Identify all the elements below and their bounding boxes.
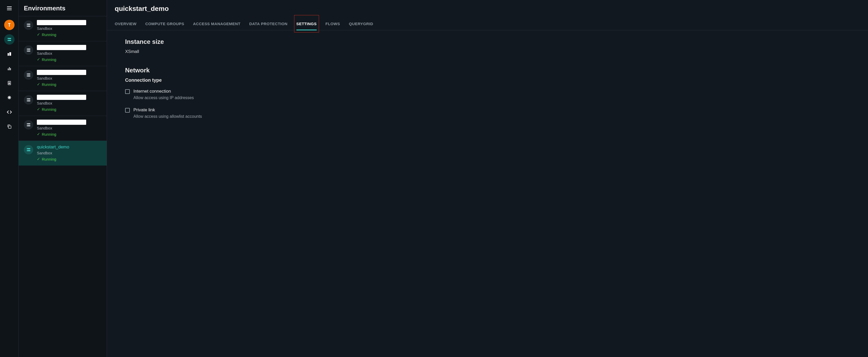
svg-rect-9 [8,68,8,70]
hamburger-menu-icon[interactable] [4,3,14,13]
environment-name: quickstart_demo [37,144,101,150]
svg-point-6 [8,40,8,40]
check-icon: ✓ [37,107,40,111]
instance-size-value: XSmall [125,49,850,54]
check-icon: ✓ [37,57,40,62]
environment-name [37,95,86,100]
check-icon: ✓ [37,82,40,87]
server-icon [24,70,33,79]
org-icon[interactable] [4,49,14,59]
check-icon: ✓ [37,132,40,136]
environment-type: Sandbox [37,51,101,56]
environment-item[interactable]: quickstart_demoSandbox✓Running [19,141,107,165]
tab-bar: OVERVIEWCOMPUTE GROUPSACCESS MANAGEMENTD… [107,18,868,30]
option-label: Private link [133,107,202,112]
svg-point-28 [27,26,28,26]
environments-icon[interactable] [4,34,14,44]
check-icon: ✓ [37,157,40,161]
instance-size-heading: Instance size [125,38,850,45]
code-icon[interactable] [4,107,14,117]
connection-option: Internet connectionAllow access using IP… [125,89,850,100]
check-icon: ✓ [37,32,40,37]
environments-list: Sandbox✓RunningSandbox✓RunningSandbox✓Ru… [19,16,107,357]
svg-point-36 [27,76,28,76]
environment-status: ✓Running [37,82,101,87]
environment-item[interactable]: Sandbox✓Running [19,91,107,116]
environment-type: Sandbox [37,126,101,130]
svg-rect-8 [9,52,11,56]
tab-flows[interactable]: FLOWS [326,18,340,30]
tab-compute-groups[interactable]: COMPUTE GROUPS [145,18,184,30]
server-icon [24,21,33,30]
asterisk-icon[interactable] [4,92,14,103]
environment-status: ✓Running [37,157,101,161]
brand-icon[interactable] [4,20,14,30]
environment-type: Sandbox [37,26,101,31]
environment-type: Sandbox [37,151,101,155]
environment-name [37,20,86,25]
environment-status: ✓Running [37,57,101,62]
copy-icon[interactable] [4,122,14,132]
tab-querygrid[interactable]: QUERYGRID [349,18,373,30]
svg-point-15 [9,83,9,83]
calculator-icon[interactable] [4,78,14,88]
environment-name [37,120,86,125]
svg-rect-10 [9,67,10,70]
environment-item[interactable]: Sandbox✓Running [19,16,107,41]
svg-point-47 [27,149,28,149]
option-description: Allow access using allowlist accounts [133,114,202,119]
tab-data-protection[interactable]: DATA PROTECTION [249,18,287,30]
server-icon [24,45,33,55]
svg-point-48 [27,151,28,151]
environment-item[interactable]: Sandbox✓Running [19,66,107,91]
icon-rail [0,0,19,357]
environment-type: Sandbox [37,76,101,80]
analytics-icon[interactable] [4,63,14,74]
connection-option: Private linkAllow access using allowlist… [125,107,850,119]
environments-panel: Environments Sandbox✓RunningSandbox✓Runn… [19,0,107,357]
main-pane: quickstart_demo OVERVIEWCOMPUTE GROUPSAC… [107,0,868,357]
checkbox[interactable] [125,108,130,112]
svg-rect-24 [8,126,11,128]
svg-point-32 [27,51,28,51]
svg-point-18 [9,84,9,84]
environment-item[interactable]: Sandbox✓Running [19,41,107,66]
environment-status: ✓Running [37,132,101,136]
page-title: quickstart_demo [107,0,868,18]
svg-point-44 [27,126,28,126]
connection-type-label: Connection type [125,77,850,83]
server-icon [24,95,33,104]
option-label: Internet connection [133,89,194,94]
environment-status: ✓Running [37,107,101,111]
server-icon [24,120,33,129]
tab-settings[interactable]: SETTINGS [297,18,317,30]
checkbox[interactable] [125,89,130,94]
svg-point-5 [8,38,8,39]
settings-content: Instance size XSmall Network Connection … [107,30,868,134]
environment-status: ✓Running [37,32,101,37]
tab-overview[interactable]: OVERVIEW [115,18,136,30]
svg-rect-7 [7,53,9,56]
server-icon [24,145,33,154]
environment-item[interactable]: Sandbox✓Running [19,116,107,141]
environments-heading: Environments [19,0,107,16]
network-heading: Network [125,67,850,74]
svg-point-17 [8,84,9,84]
environment-name [37,70,86,75]
svg-point-40 [27,101,28,101]
environment-type: Sandbox [37,101,101,105]
option-description: Allow access using IP addresses [133,95,194,100]
svg-rect-11 [10,68,11,70]
svg-point-14 [8,83,9,83]
environment-name [37,45,86,50]
tab-access-management[interactable]: ACCESS MANAGEMENT [193,18,241,30]
svg-point-43 [27,124,28,124]
